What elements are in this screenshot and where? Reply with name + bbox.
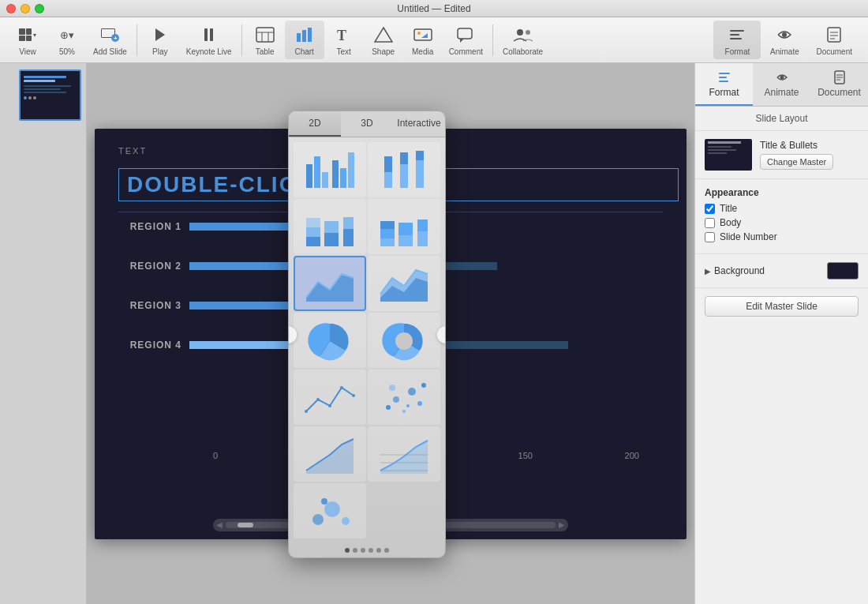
document-tab-icon xyxy=(832,69,847,85)
svg-point-14 xyxy=(517,29,523,36)
body-checkbox[interactable] xyxy=(705,218,715,228)
zoom-button[interactable]: ⊕▾ 50% xyxy=(47,21,87,59)
edit-master-slide-button[interactable]: Edit Master Slide xyxy=(705,296,859,317)
maximize-button[interactable] xyxy=(35,4,44,13)
comment-label: Comment xyxy=(449,47,483,56)
keynote-live-button[interactable]: Keynote Live xyxy=(180,21,238,59)
text-icon: T xyxy=(333,24,355,46)
picker-area-right[interactable] xyxy=(368,256,440,311)
svg-rect-43 xyxy=(380,238,395,246)
layout-info: Title & Bullets Change Master xyxy=(760,140,833,170)
picker-line-up-left[interactable] xyxy=(294,426,366,482)
region1-label: REGION 1 xyxy=(118,221,181,232)
chart-button[interactable]: Chart xyxy=(285,21,324,59)
picker-scatter[interactable] xyxy=(368,370,440,425)
picker-line-up-right[interactable] xyxy=(368,426,440,482)
slide-number-checkbox-row: Slide Number xyxy=(705,231,859,242)
picker-tab-2d[interactable]: 2D xyxy=(289,111,341,137)
picker-bar-stacked[interactable] xyxy=(368,142,440,197)
title-checkbox[interactable] xyxy=(705,204,715,214)
picker-area-left[interactable] xyxy=(294,256,366,311)
comment-button[interactable]: Comment xyxy=(443,21,489,59)
media-button[interactable]: Media xyxy=(403,21,443,59)
svg-point-63 xyxy=(389,385,395,391)
animate-tab[interactable]: Animate xyxy=(753,63,810,106)
background-disclosure-arrow[interactable]: ▶ xyxy=(705,267,711,276)
picker-dot-4 xyxy=(369,548,373,553)
play-icon xyxy=(149,24,171,46)
picker-donut[interactable] xyxy=(368,313,440,368)
background-color-swatch[interactable] xyxy=(827,262,859,279)
picker-bubble[interactable] xyxy=(294,483,366,538)
svg-rect-49 xyxy=(417,219,428,231)
animate-tab-button[interactable]: Animate xyxy=(761,21,808,59)
format-tab-button[interactable]: Format xyxy=(713,21,761,59)
picker-stepped-right[interactable] xyxy=(368,199,440,254)
svg-point-58 xyxy=(386,405,391,410)
picker-bar-grouped[interactable] xyxy=(294,142,366,197)
layout-preview: Title & Bullets Change Master xyxy=(695,131,868,179)
svg-rect-20 xyxy=(828,28,840,42)
shape-button[interactable]: Shape xyxy=(364,21,403,59)
right-panel: Format Animate xyxy=(694,63,868,604)
background-label: Background xyxy=(714,265,765,276)
picker-dot-2 xyxy=(353,548,357,553)
title-checkbox-row: Title xyxy=(705,203,859,214)
svg-point-62 xyxy=(417,401,422,406)
view-icon: ▾ xyxy=(17,24,39,46)
svg-rect-25 xyxy=(314,156,320,188)
text-label: Text xyxy=(336,47,350,56)
svg-point-67 xyxy=(324,501,340,517)
window-title: Untitled — Edited xyxy=(397,3,470,14)
picker-stepped-left[interactable] xyxy=(294,199,366,254)
text-button[interactable]: T Text xyxy=(324,21,364,59)
background-section: ▶ Background xyxy=(695,254,868,288)
svg-rect-30 xyxy=(384,172,392,188)
picker-tabs: 2D 3D Interactive xyxy=(289,111,445,137)
slide-number-checkbox[interactable] xyxy=(705,232,715,242)
change-master-button[interactable]: Change Master xyxy=(760,154,833,170)
media-label: Media xyxy=(412,47,433,56)
svg-point-65 xyxy=(406,404,410,407)
slide-thumbnail[interactable] xyxy=(19,69,81,121)
shape-icon xyxy=(372,24,395,46)
add-slide-label: Add Slide xyxy=(93,47,127,56)
close-button[interactable] xyxy=(6,4,16,13)
window-controls[interactable] xyxy=(6,4,44,13)
svg-point-53 xyxy=(305,410,308,413)
svg-rect-17 xyxy=(730,34,739,36)
picker-pie[interactable] xyxy=(294,313,366,368)
svg-point-60 xyxy=(402,410,406,413)
main-layout: 1 xyxy=(0,63,868,604)
slide-panel: 1 xyxy=(0,63,87,604)
background-label-row: ▶ Background xyxy=(705,265,765,276)
collaborate-button[interactable]: Collaborate xyxy=(496,21,549,59)
svg-rect-45 xyxy=(380,221,395,229)
svg-rect-16 xyxy=(730,30,744,32)
picker-tab-3d[interactable]: 3D xyxy=(341,111,393,137)
scroll-left-arrow[interactable]: ◀ xyxy=(216,520,223,529)
document-tab[interactable]: Document xyxy=(810,63,868,106)
svg-rect-72 xyxy=(719,81,728,82)
format-tab[interactable]: Format xyxy=(695,63,753,106)
table-button[interactable]: Table xyxy=(245,21,285,59)
play-button[interactable]: Play xyxy=(140,21,180,59)
picker-tab-interactive[interactable]: Interactive xyxy=(393,111,445,137)
svg-point-66 xyxy=(312,514,324,525)
table-icon xyxy=(254,24,276,46)
scroll-thumb[interactable] xyxy=(238,523,253,527)
svg-point-52 xyxy=(395,332,413,350)
svg-point-19 xyxy=(782,32,787,37)
document-tab-button[interactable]: Document xyxy=(808,21,860,59)
svg-rect-6 xyxy=(308,28,312,42)
svg-rect-47 xyxy=(398,223,413,235)
add-slide-button[interactable]: + Add Slide xyxy=(87,21,133,59)
scroll-right-arrow[interactable]: ▶ xyxy=(559,520,565,529)
picker-line-left[interactable] xyxy=(294,370,366,425)
view-button[interactable]: ▾ View xyxy=(8,21,47,59)
appearance-title: Appearance xyxy=(705,187,859,198)
view-label: View xyxy=(19,47,36,56)
picker-dots xyxy=(289,543,445,557)
body-checkbox-label: Body xyxy=(720,217,741,228)
minimize-button[interactable] xyxy=(21,4,30,13)
